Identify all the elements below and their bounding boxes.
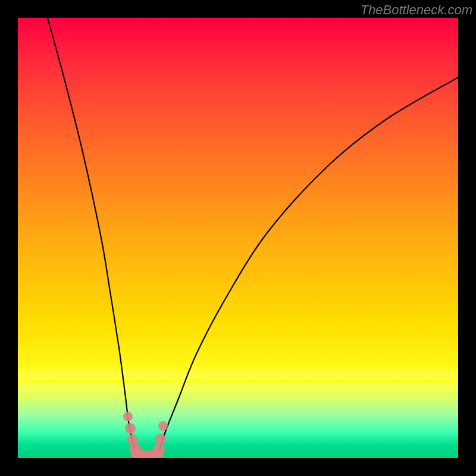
watermark-text: TheBottleneck.com <box>361 2 472 18</box>
curve-right-arm <box>159 77 458 454</box>
marker-dot <box>125 423 136 434</box>
marker-dot <box>158 421 168 431</box>
marker-dot <box>153 443 165 455</box>
chart-svg <box>18 18 458 458</box>
marker-group <box>123 412 168 458</box>
marker-dot <box>155 434 166 444</box>
curve-left-arm <box>48 18 136 454</box>
curve-group <box>48 18 458 457</box>
marker-dot <box>123 412 133 421</box>
